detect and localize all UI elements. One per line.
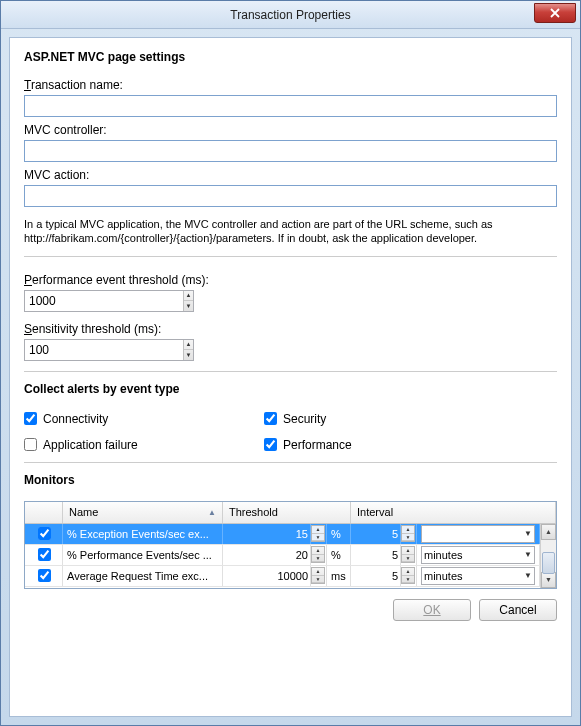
spin-down-icon[interactable]: ▼ [184, 350, 193, 360]
ok-button[interactable]: OK [393, 599, 471, 621]
interval-unit-select[interactable]: minutes▼ [421, 525, 535, 543]
perf-threshold-spinner[interactable]: ▲ ▼ [183, 291, 193, 311]
dialog-footer: OK Cancel [24, 599, 557, 621]
monitors-heading: Monitors [24, 473, 557, 487]
spin-up-icon[interactable]: ▲ [402, 568, 414, 576]
spin-down-icon[interactable]: ▼ [312, 534, 324, 542]
row-threshold[interactable]: 10000 [223, 566, 311, 586]
connectivity-checkbox[interactable]: Connectivity [24, 412, 264, 426]
row-interval[interactable]: 5 [351, 545, 401, 565]
content-frame: ASP.NET MVC page settings Transaction na… [9, 37, 572, 717]
cancel-label: Cancel [499, 603, 536, 617]
security-label: Security [283, 412, 326, 426]
performance-label: Performance [283, 438, 352, 452]
scrollbar[interactable]: ▲ ▼ [540, 524, 556, 588]
row-name: % Exception Events/sec ex... [63, 524, 223, 544]
row-threshold[interactable]: 15 [223, 524, 311, 544]
col-checkbox[interactable] [25, 502, 63, 523]
table-row[interactable]: Average Request Time exc...10000▲▼ms5▲▼m… [25, 566, 540, 587]
titlebar: Transaction Properties [1, 1, 580, 29]
interval-unit-select[interactable]: minutes▼ [421, 546, 535, 564]
spin-up-icon[interactable]: ▲ [184, 340, 193, 351]
spin-up-icon[interactable]: ▲ [402, 547, 414, 555]
sens-threshold-input[interactable] [25, 340, 183, 360]
mvc-controller-input[interactable] [24, 140, 557, 162]
table-row[interactable]: % Exception Events/sec ex...15▲▼%5▲▼minu… [25, 524, 540, 545]
spin-up-icon[interactable]: ▲ [402, 526, 414, 534]
spin-down-icon[interactable]: ▼ [402, 555, 414, 563]
row-threshold-spin[interactable]: ▲▼ [311, 524, 327, 544]
alerts-heading: Collect alerts by event type [24, 382, 557, 396]
scroll-thumb[interactable] [542, 552, 555, 574]
perf-threshold-label: Performance event threshold (ms): [24, 273, 557, 287]
sort-asc-icon: ▲ [208, 508, 216, 517]
connectivity-label: Connectivity [43, 412, 108, 426]
spin-up-icon[interactable]: ▲ [312, 547, 324, 555]
spin-up-icon[interactable]: ▲ [184, 291, 193, 302]
row-threshold-unit: % [327, 545, 351, 565]
page-settings-heading: ASP.NET MVC page settings [24, 50, 557, 64]
row-interval-unit-cell: minutes▼ [417, 545, 540, 565]
scroll-track[interactable] [541, 540, 556, 572]
spin-down-icon[interactable]: ▼ [402, 534, 414, 542]
col-interval[interactable]: Interval [351, 502, 556, 523]
row-interval-spin[interactable]: ▲▼ [401, 524, 417, 544]
divider [24, 256, 557, 257]
chevron-down-icon: ▼ [524, 550, 532, 559]
table-row[interactable]: % Performance Events/sec ...20▲▼%5▲▼minu… [25, 545, 540, 566]
col-threshold[interactable]: Threshold [223, 502, 351, 523]
perf-threshold-input[interactable] [25, 291, 183, 311]
row-checkbox[interactable] [38, 569, 51, 582]
connectivity-checkbox-input[interactable] [24, 412, 37, 425]
performance-checkbox[interactable]: Performance [264, 438, 352, 452]
row-interval[interactable]: 5 [351, 524, 401, 544]
security-checkbox-input[interactable] [264, 412, 277, 425]
row-interval-spin[interactable]: ▲▼ [401, 566, 417, 586]
transaction-name-input[interactable] [24, 95, 557, 117]
row-threshold-spin[interactable]: ▲▼ [311, 545, 327, 565]
row-threshold[interactable]: 20 [223, 545, 311, 565]
performance-checkbox-input[interactable] [264, 438, 277, 451]
spin-down-icon[interactable]: ▼ [312, 576, 324, 584]
security-checkbox[interactable]: Security [264, 412, 326, 426]
spin-down-icon[interactable]: ▼ [402, 576, 414, 584]
row-interval[interactable]: 5 [351, 566, 401, 586]
perf-threshold-stepper[interactable]: ▲ ▼ [24, 290, 194, 312]
app-failure-label: Application failure [43, 438, 138, 452]
close-button[interactable] [534, 3, 576, 23]
row-checkbox[interactable] [38, 527, 51, 540]
app-failure-checkbox[interactable]: Application failure [24, 438, 264, 452]
scroll-down-icon[interactable]: ▼ [541, 572, 556, 588]
alert-row-1: Connectivity Security [24, 412, 557, 426]
window-title: Transaction Properties [1, 8, 580, 22]
row-threshold-unit: % [327, 524, 351, 544]
row-name: % Performance Events/sec ... [63, 545, 223, 565]
mvc-controller-label: MVC controller: [24, 123, 557, 137]
divider [24, 462, 557, 463]
app-failure-checkbox-input[interactable] [24, 438, 37, 451]
row-name: Average Request Time exc... [63, 566, 223, 586]
monitors-header: Name ▲ Threshold Interval [25, 502, 556, 524]
row-checkbox[interactable] [38, 548, 51, 561]
monitors-body: % Exception Events/sec ex...15▲▼%5▲▼minu… [25, 524, 540, 588]
spin-down-icon[interactable]: ▼ [312, 555, 324, 563]
mvc-action-input[interactable] [24, 185, 557, 207]
ok-label: OK [423, 603, 440, 617]
col-threshold-label: Threshold [229, 506, 278, 518]
row-interval-unit-cell: minutes▼ [417, 524, 540, 544]
row-interval-spin[interactable]: ▲▼ [401, 545, 417, 565]
spin-up-icon[interactable]: ▲ [312, 568, 324, 576]
spin-down-icon[interactable]: ▼ [184, 301, 193, 311]
row-threshold-spin[interactable]: ▲▼ [311, 566, 327, 586]
scroll-up-icon[interactable]: ▲ [541, 524, 556, 540]
spin-up-icon[interactable]: ▲ [312, 526, 324, 534]
sens-threshold-stepper[interactable]: ▲ ▼ [24, 339, 194, 361]
row-interval-unit-cell: minutes▼ [417, 566, 540, 586]
interval-unit-select[interactable]: minutes▼ [421, 567, 535, 585]
row-threshold-unit: ms [327, 566, 351, 586]
cancel-button[interactable]: Cancel [479, 599, 557, 621]
sens-threshold-spinner[interactable]: ▲ ▼ [183, 340, 193, 360]
divider [24, 371, 557, 372]
col-name[interactable]: Name ▲ [63, 502, 223, 523]
col-name-label: Name [69, 506, 98, 518]
